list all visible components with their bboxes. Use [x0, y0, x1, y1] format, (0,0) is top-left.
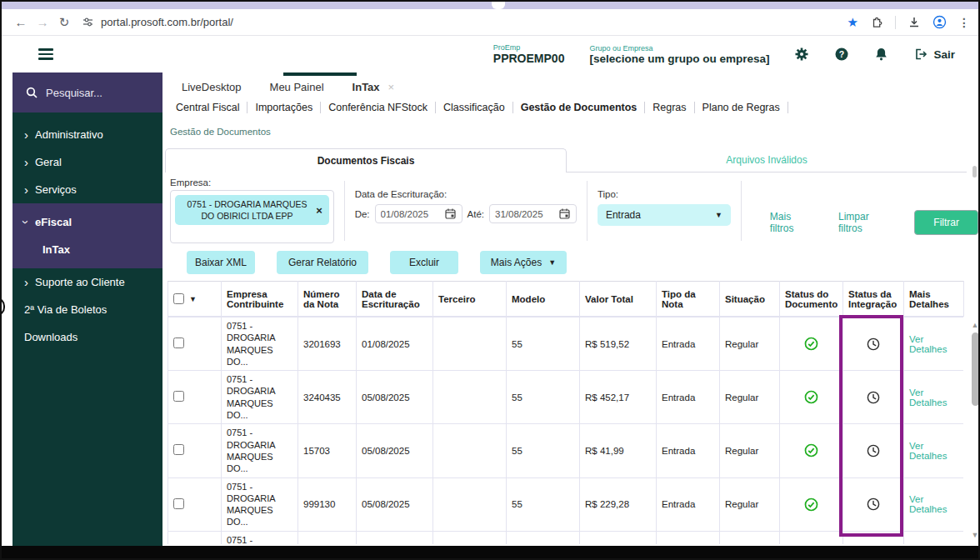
row-checkbox[interactable]	[173, 498, 184, 509]
col-valor-total[interactable]: Valor Total	[580, 282, 657, 317]
page-scrollbar[interactable]	[972, 166, 977, 178]
close-icon[interactable]: ×	[388, 81, 395, 93]
mais-filtros-link[interactable]: Mais filtros	[770, 211, 808, 234]
profile-icon[interactable]	[932, 15, 947, 29]
bookmark-star-icon[interactable]: ★	[848, 15, 858, 30]
site-settings-icon[interactable]	[82, 16, 94, 28]
baixar-xml-button[interactable]: Baixar XML	[187, 251, 255, 274]
col-situacao[interactable]: Situação	[720, 282, 780, 317]
col-numero-nota[interactable]: Número da Nota	[298, 282, 357, 317]
cell-numero: 3201693	[298, 318, 357, 371]
excluir-button[interactable]: Excluir	[390, 251, 458, 274]
cell-situacao: Regular	[720, 371, 780, 424]
subtab-gestao-documentos[interactable]: Gestão de Documentos	[513, 102, 646, 113]
sidebar-item-geral[interactable]: › Geral	[12, 148, 162, 176]
ver-detalhes-link[interactable]: Ver Detalhes	[909, 441, 947, 461]
cell-terceiro	[433, 531, 507, 544]
tab-intax[interactable]: InTax	[352, 81, 380, 93]
scroll-up-icon[interactable]: ▲	[969, 321, 978, 329]
limpar-filtros-link[interactable]: Limpar filtros	[838, 211, 884, 234]
back-icon[interactable]: ←	[10, 15, 32, 29]
ver-detalhes-link[interactable]: Ver Detalhes	[909, 334, 947, 354]
calendar-icon[interactable]	[444, 208, 457, 220]
sidebar-item-servicos[interactable]: › Serviços	[12, 176, 162, 203]
col-terceiro[interactable]: Terceiro	[433, 282, 507, 317]
subtab-central-fiscal[interactable]: Central Fiscal	[168, 102, 248, 113]
refresh-icon[interactable]: ↻	[53, 15, 75, 30]
hamburger-menu-icon[interactable]	[38, 46, 53, 62]
sidebar-item-suporte[interactable]: › Suporte ao Cliente	[12, 268, 162, 296]
download-icon[interactable]	[908, 16, 921, 29]
cell-empresa: 0751 - DROGARIA MARQUES DO...	[222, 478, 298, 531]
col-status-documento[interactable]: Status do Documento	[780, 282, 843, 317]
row-checkbox[interactable]	[173, 391, 184, 402]
sidebar-item-label: Suporte ao Cliente	[35, 276, 125, 288]
cell-modelo: 55	[507, 478, 580, 531]
check-circle-icon	[804, 390, 818, 404]
tipo-dropdown[interactable]: Entrada ▼	[598, 204, 731, 226]
tab-meu-painel[interactable]: Meu Painel	[270, 81, 324, 93]
chip-close-icon[interactable]: ×	[316, 204, 322, 217]
row-checkbox[interactable]	[173, 338, 184, 348]
grupo-empresa-value[interactable]: [selecione um grupo ou empresa]	[589, 52, 769, 65]
sair-label: Sair	[933, 48, 955, 61]
subtab-regras[interactable]: Regras	[645, 102, 694, 113]
tab-arquivos-invalidos[interactable]: Arquivos Inválidos	[567, 148, 967, 172]
cell-valor: R$ 229,28	[580, 478, 657, 531]
col-modelo[interactable]: Modelo	[507, 282, 580, 317]
extensions-icon[interactable]	[870, 16, 883, 29]
browser-menu-icon[interactable]: ⋮	[958, 16, 970, 29]
check-circle-icon	[804, 498, 818, 512]
cell-modelo: 55	[507, 531, 580, 544]
select-all-checkbox[interactable]	[173, 293, 184, 304]
subtab-classificacao[interactable]: Classificação	[436, 102, 513, 113]
subtab-importacoes[interactable]: Importações	[248, 102, 321, 113]
check-circle-icon	[804, 443, 818, 458]
tab-livedesktop[interactable]: LiveDesktop	[182, 81, 242, 93]
ver-detalhes-link[interactable]: Ver Detalhes	[909, 494, 947, 514]
chevron-down-icon[interactable]: ▼	[189, 295, 197, 303]
filter-divider	[741, 181, 742, 241]
scroll-down-icon[interactable]: ▼	[969, 531, 978, 539]
data-ate-input[interactable]	[495, 209, 555, 219]
sidebar-item-intax[interactable]: InTax	[12, 236, 162, 263]
col-tipo-nota[interactable]: Tipo da Nota	[657, 282, 720, 317]
empresa-box[interactable]: 0751 - DROGARIA MARQUES DO OBIRICI LTDA …	[170, 190, 334, 243]
sidebar-item-efiscal[interactable]: › eFiscal	[12, 208, 162, 236]
subtab-plano-regras[interactable]: Plano de Regras	[695, 102, 788, 113]
table-scrollbar[interactable]: ▲ ▼	[969, 321, 978, 539]
mais-acoes-button[interactable]: Mais Ações ▼	[480, 251, 567, 274]
gerar-relatorio-button[interactable]: Gerar Relatório	[277, 251, 368, 274]
empresa-chip[interactable]: 0751 - DROGARIA MARQUES DO OBIRICI LTDA …	[175, 195, 329, 225]
data-de-input[interactable]	[381, 209, 441, 219]
notifications-bell-icon[interactable]	[874, 47, 889, 62]
chevron-right-icon: ›	[24, 276, 28, 288]
scrollbar-thumb[interactable]	[972, 332, 979, 406]
sair-button[interactable]: Sair	[914, 48, 955, 61]
cell-valor: R$ 519,52	[580, 318, 657, 371]
grupo-empresa-field[interactable]: Grupo ou Empresa [selecione um grupo ou …	[589, 44, 769, 65]
col-status-integracao[interactable]: Status da Integração	[843, 282, 904, 317]
forward-icon[interactable]: →	[32, 15, 53, 29]
col-empresa-contribuinte[interactable]: Empresa Contribuinte	[222, 282, 298, 317]
help-icon[interactable]: ?	[834, 47, 849, 62]
ver-detalhes-link[interactable]: Ver Detalhes	[909, 388, 947, 408]
sidebar-search[interactable]: Pesquisar...	[12, 72, 162, 112]
gear-icon[interactable]	[794, 47, 809, 62]
sidebar-item-boletos[interactable]: 2ª Via de Boletos	[12, 296, 162, 323]
sidebar-item-downloads[interactable]: Downloads	[12, 323, 162, 351]
url-text[interactable]: portal.prosoft.com.br/portal/	[101, 16, 233, 28]
url-bar[interactable]: portal.prosoft.com.br/portal/	[82, 16, 848, 28]
calendar-icon[interactable]	[558, 208, 571, 220]
check-circle-icon	[804, 337, 818, 351]
subtab-conferencia-nfstock[interactable]: Conferência NFStock	[321, 102, 436, 113]
sidebar-item-administrativo[interactable]: › Administrativo	[12, 121, 162, 148]
cell-data: 05/08/2025	[357, 371, 433, 424]
tab-documentos-fiscais[interactable]: Documentos Fiscais	[165, 148, 567, 172]
col-mais-detalhes[interactable]: Mais Detalhes	[904, 282, 964, 317]
col-data-escrituracao[interactable]: Data de Escrituração	[357, 282, 433, 317]
cell-tipo: Entrada	[657, 318, 720, 371]
row-checkbox[interactable]	[173, 444, 184, 455]
tipo-label: Tipo:	[598, 189, 731, 199]
filtrar-button[interactable]: Filtrar	[914, 210, 978, 235]
